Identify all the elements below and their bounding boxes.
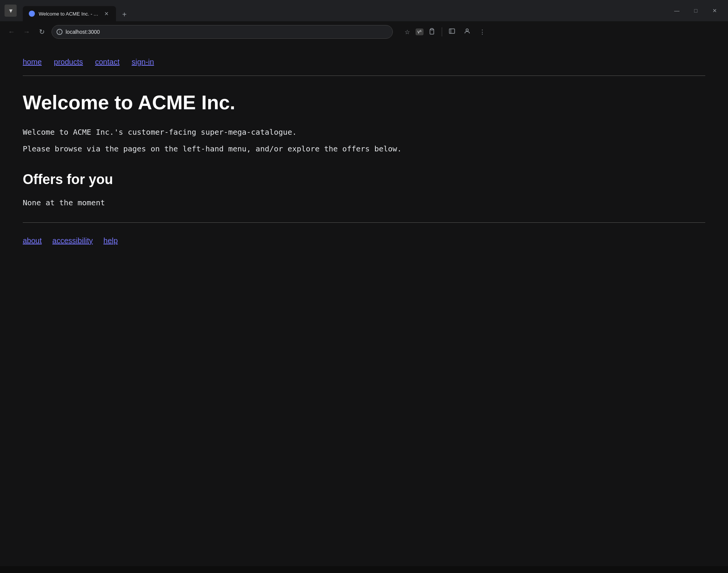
sidebar-button[interactable] [445, 25, 459, 39]
new-tab-button[interactable]: + [118, 8, 131, 21]
v6-label: v⁶ [417, 29, 422, 35]
reload-button[interactable]: ↻ [35, 25, 49, 39]
window-menu-button[interactable]: ▾ [5, 5, 17, 17]
chevron-down-icon: ▾ [9, 6, 13, 15]
minimize-icon: — [674, 8, 679, 14]
toolbar-separator [442, 27, 442, 36]
browser-nav-bar: ← → ↻ i localhost:3000 ☆ v⁶ [0, 21, 728, 43]
offers-empty-text: None at the moment [23, 198, 705, 207]
svg-point-5 [466, 29, 468, 31]
bookmark-button[interactable]: ☆ [400, 25, 414, 39]
nav-contact-link[interactable]: contact [95, 58, 119, 66]
nav-arrows: ← → ↻ [5, 25, 49, 39]
nav-sign-in-link[interactable]: sign-in [132, 58, 154, 66]
restore-icon: □ [694, 8, 697, 14]
window-controls: — □ ✕ [668, 5, 723, 17]
page-content: home products contact sign-in Welcome to… [0, 43, 728, 566]
tab-close-button[interactable]: ✕ [103, 10, 110, 17]
menu-icon: ⋮ [479, 28, 485, 36]
forward-button[interactable]: → [20, 25, 33, 39]
back-arrow-icon: ← [8, 28, 15, 36]
active-tab[interactable]: Welcome to ACME Inc. - ACME ✕ [23, 6, 116, 21]
browser-chrome: ▾ Welcome to ACME Inc. - ACME ✕ + — □ [0, 0, 728, 43]
reload-icon: ↻ [39, 28, 45, 36]
clipboard-icon [428, 28, 435, 36]
menu-button[interactable]: ⋮ [475, 25, 489, 39]
plus-icon: + [122, 10, 127, 19]
welcome-text-line2: Please browse via the pages on the left-… [23, 144, 705, 153]
back-button[interactable]: ← [5, 25, 18, 39]
footer-about-link[interactable]: about [23, 236, 42, 245]
footer-accessibility-link[interactable]: accessibility [52, 236, 93, 245]
close-window-icon: ✕ [712, 8, 717, 14]
restore-button[interactable]: □ [687, 5, 704, 17]
site-footer: about accessibility help [23, 236, 705, 245]
offers-title: Offers for you [23, 172, 705, 187]
svg-rect-2 [431, 28, 433, 30]
welcome-text-line1: Welcome to ACME Inc.'s customer-facing s… [23, 128, 705, 137]
v6-badge: v⁶ [416, 28, 424, 35]
star-icon: ☆ [405, 28, 410, 36]
tab-strip: Welcome to ACME Inc. - ACME ✕ + [20, 0, 665, 21]
security-info-icon: i [56, 29, 63, 35]
sidebar-icon [449, 28, 455, 36]
footer-help-link[interactable]: help [104, 236, 118, 245]
address-bar[interactable]: i localhost:3000 [52, 25, 393, 39]
close-icon: ✕ [104, 11, 109, 17]
tab-title: Welcome to ACME Inc. - ACME [39, 11, 99, 17]
close-window-button[interactable]: ✕ [706, 5, 723, 17]
clipboard-button[interactable] [425, 25, 439, 39]
title-bar: ▾ Welcome to ACME Inc. - ACME ✕ + — □ [0, 0, 728, 21]
nav-divider [23, 76, 705, 76]
svg-rect-3 [449, 29, 455, 33]
svg-point-0 [30, 12, 34, 16]
page-title: Welcome to ACME Inc. [23, 91, 705, 114]
profile-button[interactable] [460, 25, 474, 39]
profile-icon [464, 28, 471, 36]
forward-arrow-icon: → [23, 28, 30, 36]
nav-products-link[interactable]: products [54, 58, 83, 66]
footer-divider [23, 222, 705, 223]
site-nav: home products contact sign-in [23, 58, 705, 66]
nav-home-link[interactable]: home [23, 58, 42, 66]
toolbar-icons: ☆ v⁶ [400, 25, 489, 39]
minimize-button[interactable]: — [668, 5, 686, 17]
url-text: localhost:3000 [66, 29, 388, 35]
tab-favicon [29, 11, 35, 17]
